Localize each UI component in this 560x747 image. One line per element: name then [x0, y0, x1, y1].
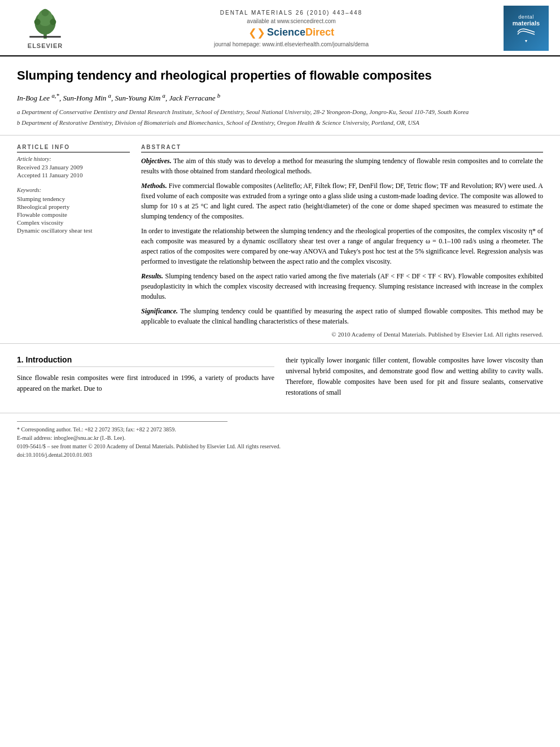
journal-header: ELSEVIER DENTAL MATERIALS 26 (2010) 443–… [0, 0, 560, 56]
elsevier-logo: ELSEVIER [11, 7, 79, 49]
journal-homepage: journal homepage: www.intl.elsevierhealt… [90, 41, 492, 47]
results-text: Slumping tendency based on the aspect ra… [141, 272, 543, 300]
svg-point-3 [34, 19, 41, 25]
keyword-4: Complex viscosity [17, 219, 130, 226]
accepted-date: Accepted 11 January 2010 [17, 172, 130, 178]
abstract-heading: ABSTRACT [141, 144, 543, 152]
keyword-2: Rheological property [17, 203, 130, 210]
article-info-col: ARTICLE INFO Article history: Received 2… [17, 144, 130, 338]
significance-label: Significance. [141, 307, 178, 315]
objectives-text: The aim of this study was to develop a m… [141, 157, 543, 175]
introduction-text-right: their typically lower inorganic filler c… [286, 355, 543, 399]
article-title-section: Slumping tendency and rheological proper… [0, 56, 560, 136]
methods-text: Five commercial flowable composites (Ael… [141, 182, 543, 220]
abstract-section: Objectives. The aim of this study was to… [141, 156, 543, 338]
article-title: Slumping tendency and rheological proper… [17, 68, 543, 84]
affiliations: a Department of Conservative Dentistry a… [17, 107, 543, 128]
keyword-5: Dynamic oscillatory shear test [17, 227, 130, 234]
results-label: Results. [141, 272, 163, 280]
header-center: DENTAL MATERIALS 26 (2010) 443–448 avail… [79, 10, 504, 47]
article-history: Article history: Received 23 January 200… [17, 156, 130, 178]
introduction-text-left: Since flowable resin composites were fir… [17, 373, 274, 394]
doi-line-1: 0109-5641/$ – see front matter © 2010 Ac… [17, 442, 543, 451]
page-footer: * Corresponding author. Tel.: +82 2 2072… [0, 413, 560, 464]
svg-point-4 [50, 19, 56, 25]
doi-line-2: doi:10.1016/j.dental.2010.01.003 [17, 451, 543, 459]
affiliation-b: b Department of Restorative Dentistry, D… [17, 118, 543, 128]
abstract-results: Results. Slumping tendency based on the … [141, 271, 543, 302]
badge-bottom-icon: ▼ [524, 39, 528, 43]
affiliation-a: a Department of Conservative Dentistry a… [17, 107, 543, 117]
badge-materials-text: materials [513, 20, 540, 27]
two-col-section: ARTICLE INFO Article history: Received 2… [0, 136, 560, 344]
available-text: available at www.sciencedirect.com [90, 18, 492, 24]
keyword-1: Slumping tendency [17, 195, 130, 202]
abstract-methods: Methods. Five commercial flowable compos… [141, 181, 543, 221]
corresponding-author-note: * Corresponding author. Tel.: +82 2 2072… [17, 425, 543, 434]
introduction-section: 1. Introduction Since flowable resin com… [0, 344, 560, 407]
objectives-label: Objectives. [141, 157, 172, 165]
sciencedirect-logo: ❮❯ ScienceDirect [90, 27, 492, 39]
copyright-line: © 2010 Academy of Dental Materials. Publ… [141, 331, 543, 338]
svg-rect-6 [29, 36, 60, 38]
svg-point-5 [42, 9, 49, 16]
email-note: E-mail address: inboglee@snu.ac.kr (I.-B… [17, 434, 543, 442]
significance-text: The slumping tendency could be quantifie… [141, 307, 543, 325]
abstract-col: ABSTRACT Objectives. The aim of this stu… [141, 144, 543, 338]
history-label: Article history: [17, 156, 130, 162]
article-info-heading: ARTICLE INFO [17, 144, 130, 152]
keywords-section: Keywords: Slumping tendency Rheological … [17, 187, 130, 234]
abstract-significance: Significance. The slumping tendency coul… [141, 306, 543, 326]
introduction-heading: 1. Introduction [17, 355, 274, 367]
methods-label: Methods. [141, 182, 167, 190]
keyword-3: Flowable composite [17, 211, 130, 218]
badge-logo-icon [515, 27, 537, 38]
introduction-left: 1. Introduction Since flowable resin com… [17, 355, 274, 399]
elsevier-brand-text: ELSEVIER [28, 42, 63, 49]
authors: In-Bog Lee a,*, Sun-Hong Min a, Sun-Youn… [17, 92, 543, 103]
abstract-objectives: Objectives. The aim of this study was to… [141, 156, 543, 176]
journal-name: DENTAL MATERIALS 26 (2010) 443–448 [90, 10, 492, 16]
page-wrapper: ELSEVIER DENTAL MATERIALS 26 (2010) 443–… [0, 0, 560, 747]
footer-divider [17, 421, 228, 422]
sd-wordmark: ScienceDirect [267, 27, 334, 38]
abstract-methods-2: In order to investigate the relationship… [141, 226, 543, 267]
badge-dental-text: dental [518, 14, 534, 20]
introduction-right: their typically lower inorganic filler c… [286, 355, 543, 399]
keywords-label: Keywords: [17, 187, 130, 193]
sd-arrows-icon: ❮❯ [248, 27, 265, 39]
received-date: Received 23 January 2009 [17, 164, 130, 171]
journal-badge: dental materials ▼ [504, 6, 549, 51]
elsevier-tree-icon [23, 7, 68, 41]
